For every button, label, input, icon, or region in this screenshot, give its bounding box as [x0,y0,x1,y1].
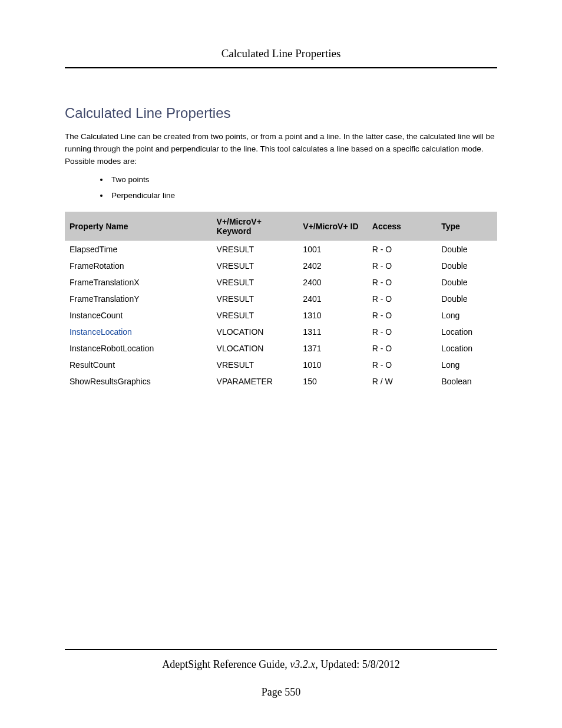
cell-id: 1310 [298,307,367,324]
cell-property-name: ResultCount [65,357,212,373]
cell-type: Boolean [437,373,497,390]
cell-property-name: ElapsedTime [65,241,212,258]
table-row: FrameTranslationXVRESULT2400R - ODouble [65,274,497,291]
table-header-row: Property Name V+/MicroV+ Keyword V+/Micr… [65,212,497,241]
cell-keyword: VLOCATION [212,340,299,357]
cell-access: R - O [368,274,437,291]
cell-id: 1010 [298,357,367,373]
page-container: Calculated Line Properties Calculated Li… [0,0,562,728]
page-header-title: Calculated Line Properties [65,47,497,68]
cell-property-name: InstanceCount [65,307,212,324]
cell-access: R - O [368,340,437,357]
cell-access: R - O [368,258,437,274]
col-header-type: Type [437,212,497,241]
footer-updated-label: , Updated: [315,658,362,670]
cell-type: Double [437,291,497,307]
list-item: Perpendicular line [109,191,497,200]
cell-property-name: FrameTranslationY [65,291,212,307]
cell-id: 2400 [298,274,367,291]
cell-access: R - O [368,324,437,340]
col-header-id: V+/MicroV+ ID [298,212,367,241]
col-header-property-name: Property Name [65,212,212,241]
footer-version: , v3.2.x [285,658,315,670]
cell-id: 2401 [298,291,367,307]
page-num-value: 550 [285,686,300,698]
cell-type: Double [437,274,497,291]
table-row: FrameTranslationYVRESULT2401R - ODouble [65,291,497,307]
cell-keyword: VRESULT [212,291,299,307]
cell-property-name: ShowResultsGraphics [65,373,212,390]
cell-keyword: VLOCATION [212,324,299,340]
footer-updated-date: 5/8/2012 [362,658,400,670]
footer-text: AdeptSight Reference Guide, v3.2.x, Upda… [65,658,497,671]
cell-property-name[interactable]: InstanceLocation [65,324,212,340]
footer-rule [65,649,497,650]
cell-keyword: VPARAMETER [212,373,299,390]
cell-property-name: InstanceRobotLocation [65,340,212,357]
page-footer: AdeptSight Reference Guide, v3.2.x, Upda… [65,649,497,699]
table-body: ElapsedTimeVRESULT1001R - ODoubleFrameRo… [65,241,497,390]
cell-access: R - O [368,357,437,373]
list-item: Two points [109,175,497,184]
table-row: InstanceCountVRESULT1310R - OLong [65,307,497,324]
cell-property-name: FrameRotation [65,258,212,274]
properties-table: Property Name V+/MicroV+ Keyword V+/Micr… [65,212,497,390]
section-intro: The Calculated Line can be created from … [65,131,497,168]
table-row: ShowResultsGraphicsVPARAMETER150R / WBoo… [65,373,497,390]
cell-type: Double [437,258,497,274]
cell-access: R - O [368,307,437,324]
cell-id: 2402 [298,258,367,274]
section-heading: Calculated Line Properties [65,105,497,121]
cell-id: 1311 [298,324,367,340]
page-number: Page 550 [65,686,497,699]
col-header-access: Access [368,212,437,241]
cell-keyword: VRESULT [212,274,299,291]
modes-list: Two points Perpendicular line [65,175,497,200]
cell-keyword: VRESULT [212,307,299,324]
table-row: InstanceRobotLocationVLOCATION1371R - OL… [65,340,497,357]
cell-property-name: FrameTranslationX [65,274,212,291]
cell-type: Location [437,340,497,357]
cell-access: R - O [368,241,437,258]
cell-type: Long [437,307,497,324]
footer-doc-title: AdeptSight Reference Guide [162,658,285,670]
cell-access: R / W [368,373,437,390]
table-row: FrameRotationVRESULT2402R - ODouble [65,258,497,274]
cell-keyword: VRESULT [212,357,299,373]
cell-type: Long [437,357,497,373]
cell-id: 150 [298,373,367,390]
cell-id: 1371 [298,340,367,357]
cell-type: Double [437,241,497,258]
cell-keyword: VRESULT [212,258,299,274]
cell-access: R - O [368,291,437,307]
table-row: InstanceLocationVLOCATION1311R - OLocati… [65,324,497,340]
cell-keyword: VRESULT [212,241,299,258]
col-header-keyword: V+/MicroV+ Keyword [212,212,299,241]
table-row: ResultCountVRESULT1010R - OLong [65,357,497,373]
table-row: ElapsedTimeVRESULT1001R - ODouble [65,241,497,258]
cell-id: 1001 [298,241,367,258]
cell-type: Location [437,324,497,340]
page-label: Page [262,686,285,698]
